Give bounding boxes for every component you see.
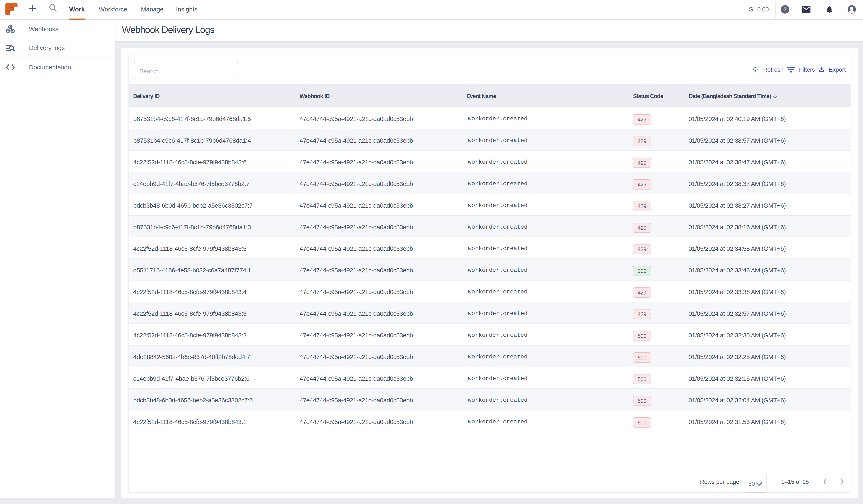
svg-text:?: ? [783,6,787,13]
